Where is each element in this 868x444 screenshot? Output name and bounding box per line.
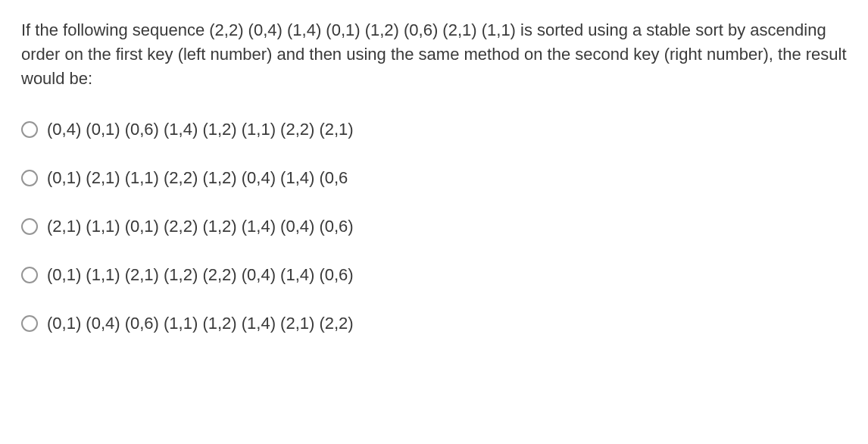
option-label: (2,1) (1,1) (0,1) (2,2) (1,2) (1,4) (0,4… xyxy=(47,217,354,236)
radio-icon[interactable] xyxy=(21,267,38,283)
option-2[interactable]: (0,1) (2,1) (1,1) (2,2) (1,2) (0,4) (1,4… xyxy=(21,168,847,188)
radio-icon[interactable] xyxy=(21,170,38,186)
radio-icon[interactable] xyxy=(21,315,38,332)
option-label: (0,1) (1,1) (2,1) (1,2) (2,2) (0,4) (1,4… xyxy=(47,265,354,285)
option-label: (0,1) (0,4) (0,6) (1,1) (1,2) (1,4) (2,1… xyxy=(47,314,354,333)
option-label: (0,1) (2,1) (1,1) (2,2) (1,2) (0,4) (1,4… xyxy=(47,168,348,188)
option-5[interactable]: (0,1) (0,4) (0,6) (1,1) (1,2) (1,4) (2,1… xyxy=(21,314,847,333)
radio-icon[interactable] xyxy=(21,218,38,235)
option-1[interactable]: (0,4) (0,1) (0,6) (1,4) (1,2) (1,1) (2,2… xyxy=(21,120,847,139)
options-list: (0,4) (0,1) (0,6) (1,4) (1,2) (1,1) (2,2… xyxy=(21,120,847,333)
question-text: If the following sequence (2,2) (0,4) (1… xyxy=(21,18,847,91)
option-4[interactable]: (0,1) (1,1) (2,1) (1,2) (2,2) (0,4) (1,4… xyxy=(21,265,847,285)
option-label: (0,4) (0,1) (0,6) (1,4) (1,2) (1,1) (2,2… xyxy=(47,120,354,139)
option-3[interactable]: (2,1) (1,1) (0,1) (2,2) (1,2) (1,4) (0,4… xyxy=(21,217,847,236)
radio-icon[interactable] xyxy=(21,121,38,138)
